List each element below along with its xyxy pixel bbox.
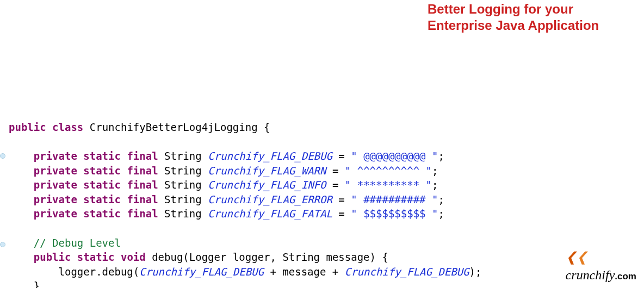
keyword-static: static xyxy=(83,150,121,162)
semicolon: ; xyxy=(432,179,438,191)
keyword-public: public xyxy=(9,121,46,133)
watermark-logo: ❮❮ crunchify.com xyxy=(559,230,636,285)
headline-line1: Better Logging for your xyxy=(428,2,573,16)
semicolon: ; xyxy=(438,208,444,220)
equals: = xyxy=(332,150,351,162)
keyword-final: final xyxy=(127,208,158,220)
comment-debug: // Debug Level xyxy=(34,237,121,249)
semicolon: ; xyxy=(438,193,444,205)
field-info: Crunchify_FLAG_INFO xyxy=(208,179,326,191)
headline-banner: Better Logging for your Enterprise Java … xyxy=(428,1,634,34)
field-warn: Crunchify_FLAG_WARN xyxy=(208,165,326,177)
keyword-static: static xyxy=(83,179,121,191)
equals: = xyxy=(332,193,351,205)
string-literal: " $$$$$$$$$$ " xyxy=(351,208,438,220)
keyword-static: static xyxy=(83,193,121,205)
keyword-static: static xyxy=(83,208,121,220)
class-name: CrunchifyBetterLog4jLogging xyxy=(90,121,258,133)
gutter-marker xyxy=(0,153,5,159)
keyword-private: private xyxy=(34,179,77,191)
brace-close: } xyxy=(34,280,40,288)
keyword-final: final xyxy=(127,179,158,191)
keyword-private: private xyxy=(34,165,77,177)
keyword-static: static xyxy=(83,165,121,177)
plus-message: + message + xyxy=(264,266,345,278)
string-literal: " ********** " xyxy=(345,179,432,191)
keyword-private: private xyxy=(34,150,77,162)
type-string: String xyxy=(164,150,202,162)
type-string: String xyxy=(164,193,202,205)
keyword-private: private xyxy=(34,193,77,205)
watermark-name: crunchify xyxy=(566,268,615,282)
type-string: String xyxy=(164,179,202,191)
keyword-final: final xyxy=(127,150,158,162)
string-literal: " @@@@@@@@@@ " xyxy=(351,150,438,162)
chevron-icon: ❮ xyxy=(566,250,577,264)
chevron-icon: ❮ xyxy=(577,250,587,264)
field-error: Crunchify_FLAG_ERROR xyxy=(208,193,332,205)
paren-semi: ); xyxy=(469,266,482,278)
brace-open: { xyxy=(264,121,270,133)
string-literal: " ########## " xyxy=(351,193,438,205)
keyword-static: static xyxy=(77,251,115,263)
watermark-suffix: .com xyxy=(615,271,636,281)
gutter-marker xyxy=(0,242,5,247)
equals: = xyxy=(326,179,344,191)
semicolon: ; xyxy=(432,165,438,177)
field-debug: Crunchify_FLAG_DEBUG xyxy=(208,150,332,162)
body-prefix: logger.debug( xyxy=(9,266,139,278)
editor-gutter xyxy=(0,0,3,288)
method-sig-debug: debug(Logger logger, String message) { xyxy=(152,251,388,263)
keyword-final: final xyxy=(127,165,158,177)
string-literal: " ^^^^^^^^^^ " xyxy=(345,165,432,177)
field-debug-ref: Crunchify_FLAG_DEBUG xyxy=(139,266,264,278)
type-string: String xyxy=(164,208,202,220)
keyword-void: void xyxy=(121,251,146,263)
equals: = xyxy=(332,208,351,220)
equals: = xyxy=(326,165,344,177)
keyword-public: public xyxy=(34,251,71,263)
headline-line2: Enterprise Java Application xyxy=(428,18,599,33)
keyword-final: final xyxy=(127,193,158,205)
keyword-private: private xyxy=(34,208,77,220)
code-block: public class CrunchifyBetterLog4jLogging… xyxy=(9,120,635,288)
keyword-class: class xyxy=(52,121,83,133)
field-fatal: Crunchify_FLAG_FATAL xyxy=(208,208,332,220)
type-string: String xyxy=(164,165,202,177)
semicolon: ; xyxy=(438,150,444,162)
field-debug-ref: Crunchify_FLAG_DEBUG xyxy=(345,266,469,278)
